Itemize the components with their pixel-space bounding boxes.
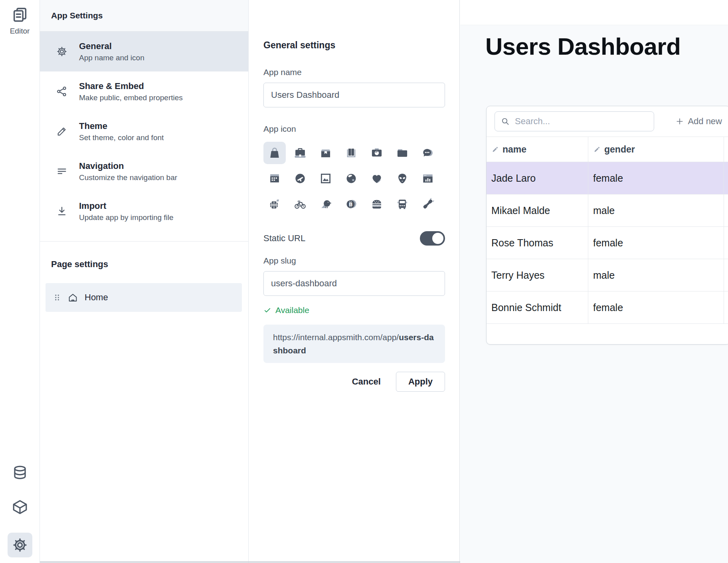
column-header-name[interactable]: name <box>487 137 588 162</box>
table-body: Jade LarofemaleMikael MaldemaleRose Thom… <box>487 162 728 323</box>
settings-menu-item-theme[interactable]: ThemeSet theme, color and font <box>40 111 248 151</box>
table-header-row: name gender <box>487 137 728 162</box>
menu-item-subtitle: Customize the navigation bar <box>79 173 177 182</box>
static-url-toggle[interactable] <box>420 231 445 246</box>
libraries-cube-icon[interactable] <box>11 498 29 516</box>
table-row[interactable]: Terry Hayesmale <box>487 259 728 291</box>
static-url-label: Static URL <box>263 233 305 244</box>
settings-gear-button[interactable] <box>8 533 32 557</box>
folder-icon <box>396 146 409 160</box>
app-icon-option-folder[interactable] <box>391 142 413 164</box>
app-icon-option-book[interactable] <box>340 142 362 164</box>
app-slug-input[interactable] <box>263 271 445 296</box>
app-name-input[interactable] <box>263 83 445 107</box>
app-canvas: Users Dashboard Add new <box>460 0 728 563</box>
table-footer <box>487 323 728 344</box>
app-icon-option-burger[interactable] <box>366 193 388 215</box>
app-icon-option-basketball[interactable] <box>263 193 286 215</box>
book-icon <box>344 146 358 160</box>
menu-item-subtitle: Update app by importing file <box>79 213 174 222</box>
app-icon-option-shopping-bag[interactable] <box>263 142 286 164</box>
settings-menu-item-import[interactable]: ImportUpdate app by importing file <box>40 191 248 231</box>
settings-menu-item-general[interactable]: GeneralApp name and icon <box>40 32 248 71</box>
app-icon-option-briefcase[interactable] <box>289 142 311 164</box>
gear-icon <box>56 46 68 57</box>
cell-name[interactable]: Jade Laro <box>487 162 588 194</box>
svg-text:B: B <box>349 201 353 207</box>
availability-status: Available <box>263 305 445 315</box>
cell-name[interactable]: Bonnie Schmidt <box>487 291 588 323</box>
app-icon-option-bus[interactable] <box>391 193 413 215</box>
app-settings-header: App Settings <box>40 0 248 32</box>
page-settings-heading: Page settings <box>51 259 248 270</box>
table-search-input[interactable] <box>514 116 648 127</box>
app-icon-option-globe[interactable] <box>340 167 362 190</box>
table-row[interactable]: Mikael Maldemale <box>487 194 728 226</box>
cell-overflow <box>724 227 728 259</box>
general-settings-pane: General settings App name App icon B Sta… <box>249 0 460 563</box>
cell-gender[interactable]: male <box>588 259 724 291</box>
column-header-gender[interactable]: gender <box>588 137 724 162</box>
app-icon-option-chat[interactable] <box>417 142 439 164</box>
cell-gender[interactable]: female <box>588 227 724 259</box>
basketball-icon <box>268 197 281 211</box>
table-row[interactable]: Jade Larofemale <box>487 162 728 194</box>
app-icon-option-alien[interactable] <box>391 167 413 190</box>
app-icon-option-heart[interactable] <box>366 167 388 190</box>
app-icon-option-bar-chart[interactable] <box>417 167 439 190</box>
editor-pages-icon <box>11 6 29 24</box>
menu-item-subtitle: App name and icon <box>79 54 144 62</box>
bird-icon <box>319 197 332 211</box>
cell-gender[interactable]: female <box>588 291 724 323</box>
general-settings-title: General settings <box>263 0 445 51</box>
phone-icon <box>421 197 435 211</box>
menu-item-title: Import <box>79 201 174 211</box>
menu-item-text: ThemeSet theme, color and font <box>79 121 164 142</box>
app-icon-option-image[interactable] <box>315 167 337 190</box>
table-row[interactable]: Bonnie Schmidtfemale <box>487 291 728 323</box>
cell-name[interactable]: Mikael Malde <box>487 194 588 226</box>
app-icon-option-airplane[interactable] <box>289 167 311 190</box>
app-icon-option-bird[interactable] <box>315 193 337 215</box>
url-prefix: https://internal.appsmith.com/app/ <box>273 333 399 342</box>
page-item-home[interactable]: Home <box>46 283 242 312</box>
globe-icon <box>344 172 358 185</box>
cancel-button[interactable]: Cancel <box>352 377 381 387</box>
app-icon-option-calendar[interactable] <box>263 167 286 190</box>
edit-pencil-icon <box>491 146 499 153</box>
pencil-icon <box>56 125 68 137</box>
camera-icon <box>370 146 384 160</box>
app-icon-option-phone[interactable] <box>417 193 439 215</box>
table-search-box[interactable] <box>495 111 654 131</box>
menu-item-text: GeneralApp name and icon <box>79 41 144 62</box>
app-icon-option-bitcoin[interactable]: B <box>340 193 362 215</box>
add-new-button[interactable]: Add new <box>675 116 722 127</box>
calendar-icon <box>268 172 281 185</box>
cell-gender[interactable]: male <box>588 194 724 226</box>
editor-nav-item[interactable]: Editor <box>0 6 40 36</box>
cell-gender[interactable]: female <box>588 162 724 194</box>
page-item-label: Home <box>85 292 108 303</box>
download-icon <box>56 205 68 217</box>
table-row[interactable]: Rose Thomasfemale <box>487 226 728 259</box>
app-icon-option-camera[interactable] <box>366 142 388 164</box>
datasources-database-icon[interactable] <box>11 464 29 482</box>
app-icon-option-box[interactable] <box>315 142 337 164</box>
settings-menu-item-share-embed[interactable]: Share & EmbedMake public, embed properti… <box>40 71 248 111</box>
settings-menu: GeneralApp name and iconShare & EmbedMak… <box>40 32 248 231</box>
column-header-overflow <box>724 137 728 162</box>
menu-item-title: Navigation <box>79 161 177 171</box>
app-slug-label: App slug <box>263 256 445 266</box>
cell-overflow <box>724 162 728 194</box>
table-toolbar: Add new <box>487 106 728 137</box>
menu-item-text: ImportUpdate app by importing file <box>79 201 174 222</box>
drag-handle-icon[interactable] <box>52 292 62 303</box>
apply-button[interactable]: Apply <box>396 372 445 392</box>
settings-menu-item-navigation[interactable]: NavigationCustomize the navigation bar <box>40 151 248 191</box>
menu-item-title: Theme <box>79 121 164 131</box>
chat-icon <box>421 146 435 160</box>
cell-name[interactable]: Rose Thomas <box>487 227 588 259</box>
app-icon-option-bicycle[interactable] <box>289 193 311 215</box>
alien-icon <box>396 172 409 185</box>
cell-name[interactable]: Terry Hayes <box>487 259 588 291</box>
